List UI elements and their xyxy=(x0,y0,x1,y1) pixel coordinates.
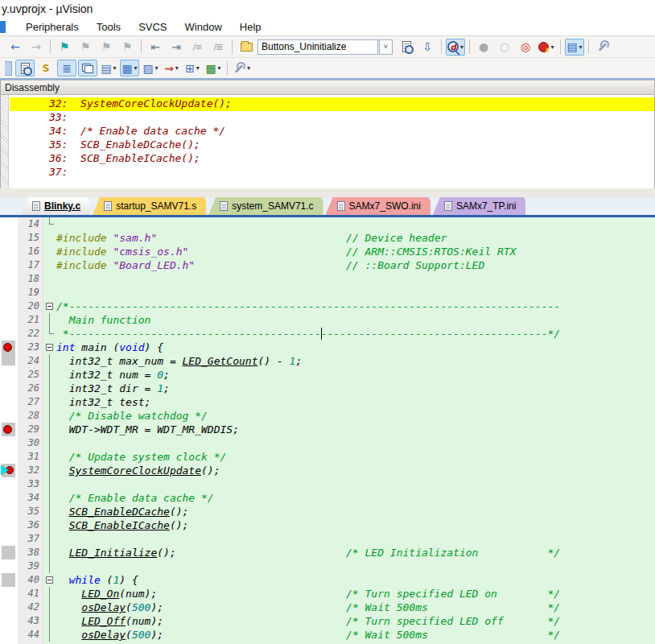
leftmost-cut-button[interactable] xyxy=(5,61,12,76)
code-line[interactable]: 25 int32_t num = 0; xyxy=(0,368,655,382)
tab-samx7-tp-ini[interactable]: SAMx7_TP.ini xyxy=(433,197,525,215)
fold-column[interactable] xyxy=(43,313,56,327)
line-margin[interactable] xyxy=(0,464,18,477)
previous-bookmark-button[interactable]: ⚑ xyxy=(76,39,95,56)
tab-startup-samv71-s[interactable]: startup_SAMV71.s xyxy=(93,197,206,215)
dropdown-arrow-icon[interactable]: ▾ xyxy=(247,64,250,72)
code-line[interactable]: 36 SCB_EnableICache(); xyxy=(0,518,655,532)
code-line[interactable]: 22 *------------------------------------… xyxy=(0,327,655,341)
fold-column[interactable] xyxy=(43,573,56,587)
fold-column[interactable] xyxy=(43,464,56,477)
fold-column[interactable] xyxy=(43,518,56,532)
fold-column[interactable] xyxy=(43,258,56,272)
breakpoint-icon[interactable] xyxy=(3,425,12,434)
line-margin[interactable] xyxy=(0,231,18,245)
fold-column[interactable] xyxy=(43,245,56,258)
fold-column[interactable] xyxy=(43,587,56,601)
find-in-files-button[interactable] xyxy=(397,39,416,56)
line-margin[interactable] xyxy=(0,313,18,327)
fold-column[interactable] xyxy=(43,382,56,395)
incremental-find-button[interactable]: ⇩ xyxy=(418,39,437,56)
code-line[interactable]: 40 while (1) { xyxy=(0,573,655,587)
code-line[interactable]: 15#include "sam.h" // Device header xyxy=(0,231,655,245)
code-line[interactable]: 27 int32_t test; xyxy=(0,395,655,409)
tab-samx7-swo-ini[interactable]: SAMx7_SWO.ini xyxy=(326,197,430,215)
line-margin[interactable] xyxy=(0,450,18,464)
kill-breakpoints-button[interactable]: ▾ xyxy=(537,39,556,56)
code-line[interactable]: 34 /* Enable data cache */ xyxy=(0,491,655,505)
fold-column[interactable] xyxy=(43,286,56,299)
line-margin[interactable] xyxy=(0,573,18,587)
find-button[interactable]: d▾ xyxy=(446,39,465,56)
line-margin[interactable] xyxy=(0,258,18,272)
line-margin[interactable] xyxy=(0,436,18,450)
line-margin[interactable] xyxy=(0,409,18,423)
line-margin[interactable] xyxy=(0,245,18,258)
code-line[interactable]: 14 xyxy=(0,217,655,231)
code-line[interactable]: 44 osDelay(500); /* Wait 500ms */ xyxy=(0,628,655,642)
run-dot-indicator[interactable]: ● xyxy=(474,39,493,56)
fold-column[interactable] xyxy=(43,327,56,341)
code-line[interactable]: 21 Main function xyxy=(0,313,655,327)
dropdown-arrow-icon[interactable]: ▾ xyxy=(218,64,221,72)
configuration-combobox[interactable]: Buttons_Uninitialize xyxy=(257,39,378,55)
fold-column[interactable] xyxy=(43,368,56,382)
code-editor[interactable]: 1415#include "sam.h" // Device header16#… xyxy=(0,217,655,644)
insert-bookmark-button[interactable]: ⚑ xyxy=(55,39,74,56)
fold-column[interactable] xyxy=(43,614,56,628)
code-line[interactable]: 18 xyxy=(0,272,655,286)
configure-tools-button[interactable] xyxy=(593,39,612,56)
dropdown-arrow-icon[interactable]: ▾ xyxy=(460,43,463,51)
code-line[interactable]: 33 xyxy=(0,477,655,491)
indent-button[interactable]: ⇥ xyxy=(167,39,186,56)
stop-ring-indicator[interactable]: ○ xyxy=(495,39,514,56)
line-margin[interactable] xyxy=(0,217,18,231)
clear-bookmarks-button[interactable]: ⚑ xyxy=(117,39,137,56)
back-button[interactable]: ← xyxy=(6,39,25,56)
fold-column[interactable] xyxy=(43,395,56,409)
line-margin[interactable] xyxy=(0,477,18,491)
line-margin[interactable] xyxy=(0,368,18,382)
watch-window-button[interactable]: ▤▾ xyxy=(99,60,118,76)
code-line[interactable]: 43 LED_Off(num); /* Turn specified LED o… xyxy=(0,614,655,628)
code-line[interactable]: 38 LED_Initialize(); /* LED Initializati… xyxy=(0,546,655,559)
fold-column[interactable] xyxy=(43,628,56,642)
fold-column[interactable] xyxy=(43,299,56,313)
fold-column[interactable] xyxy=(43,559,56,573)
line-margin[interactable] xyxy=(0,286,18,299)
fold-column[interactable] xyxy=(43,423,56,436)
line-margin[interactable] xyxy=(0,518,18,532)
code-line[interactable]: 32 SystemCoreClockUpdate(); xyxy=(0,464,655,477)
fold-column[interactable] xyxy=(43,601,56,614)
code-line[interactable]: 29 WDT->WDT_MR = WDT_MR_WDDIS; xyxy=(0,423,655,436)
line-margin[interactable] xyxy=(0,327,18,341)
line-margin[interactable] xyxy=(0,423,18,436)
code-line[interactable]: 26 int32_t dir = 1; xyxy=(0,382,655,395)
dropdown-arrow-icon[interactable]: ▾ xyxy=(196,64,200,72)
line-margin[interactable] xyxy=(0,354,18,368)
menu-item-svcs[interactable]: SVCS xyxy=(130,19,175,35)
fold-collapse-icon[interactable] xyxy=(46,344,53,351)
menu-item-peripherals[interactable]: Peripherals xyxy=(17,19,88,35)
serial-window-button[interactable]: ▨▾ xyxy=(141,60,160,76)
line-margin[interactable] xyxy=(0,272,18,286)
code-line[interactable]: 31 /* Update system clock */ xyxy=(0,450,655,464)
disassembly-window-button[interactable]: ≣ xyxy=(57,60,76,76)
line-margin[interactable] xyxy=(0,601,18,614)
line-margin[interactable] xyxy=(0,628,18,642)
code-line[interactable]: 30 xyxy=(0,436,655,450)
menu-item-help[interactable]: Help xyxy=(231,19,270,35)
fold-column[interactable] xyxy=(43,217,56,231)
line-margin[interactable] xyxy=(0,395,18,409)
fold-column[interactable] xyxy=(43,450,56,464)
line-margin[interactable] xyxy=(0,532,18,546)
window-layout-button[interactable]: ▤▾ xyxy=(565,39,584,56)
fold-collapse-icon[interactable] xyxy=(46,576,53,584)
dropdown-arrow-icon[interactable]: ▾ xyxy=(113,64,117,72)
forward-button[interactable]: → xyxy=(27,39,46,56)
code-line[interactable]: 20/*------------------------------------… xyxy=(0,299,655,313)
code-line[interactable]: 37 xyxy=(0,532,655,546)
code-line[interactable]: 28 /* Disable watchdog */ xyxy=(0,409,655,423)
fold-column[interactable] xyxy=(43,546,56,559)
uncomment-button[interactable]: /≣ xyxy=(208,39,228,56)
